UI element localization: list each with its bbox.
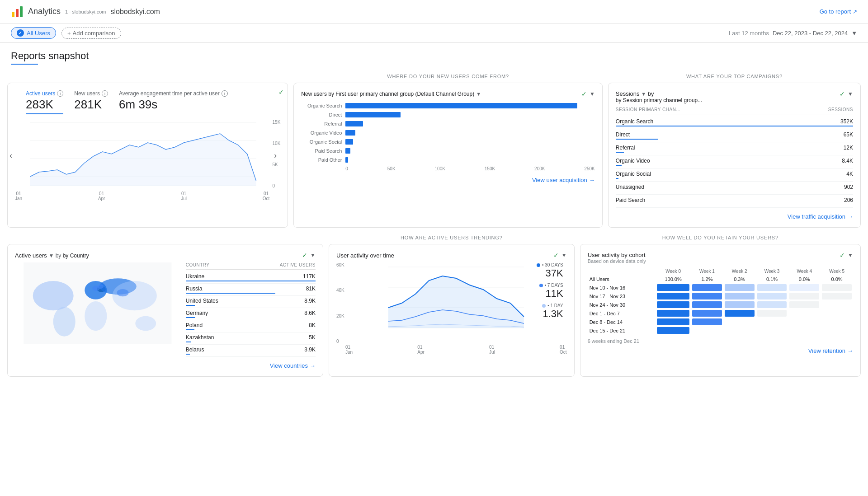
avg-engagement-info-icon[interactable]: i — [222, 90, 228, 97]
user-activity-card: User activity over time ✓ ▼ • 30 DAYS 37… — [329, 244, 575, 377]
cohort-table: Week 0 Week 1 Week 2 Week 3 Week 4 Week … — [588, 267, 853, 335]
view-countries-link[interactable]: View countries → — [15, 362, 316, 369]
prev-metric-button[interactable]: ‹ — [9, 150, 12, 160]
arrow-right-icon: → — [310, 362, 316, 369]
active-users-value: 283K — [26, 98, 63, 112]
campaigns-table-row-3: Referral 12K — [616, 142, 853, 155]
activity-y-labels: 60K 40K 20K 0 — [336, 262, 344, 344]
go-to-report-link[interactable]: Go to report ↗ — [820, 8, 857, 15]
map-and-table: COUNTRY ACTIVE USERS Ukraine 117K Russia — [15, 262, 316, 357]
cohort-row-3: Nov 24 - Nov 30 — [588, 300, 853, 309]
activity-chart-area: • 30 DAYS 37K • 7 DAYS 11K — [336, 262, 567, 355]
svg-rect-0 — [12, 12, 14, 17]
svg-point-16 — [113, 281, 157, 310]
page-title: Reports snapshot — [0, 43, 868, 64]
dot-7-icon — [539, 284, 543, 287]
channel-dropdown-icon[interactable]: ▼ — [476, 91, 481, 97]
bar-axis: 0 50K 100K 150K 200K 250K — [301, 166, 594, 171]
section-labels-2: HOW ARE ACTIVE USERS TRENDING? HOW WELL … — [7, 233, 861, 242]
avg-engagement-value: 6m 39s — [119, 98, 228, 112]
cohort-row-4: Dec 1 - Dec 7 — [588, 309, 853, 318]
retention-title: HOW WELL DO YOU RETAIN YOUR USERS? — [580, 233, 861, 242]
sessions-dropdown-icon[interactable]: ▼ — [641, 91, 646, 97]
dot-1-icon — [542, 304, 546, 308]
campaigns-table-row-5: Organic Social 4K — [616, 168, 853, 182]
plus-icon: + — [67, 30, 71, 37]
active-users-info-icon[interactable]: i — [57, 90, 63, 97]
bar-fill — [345, 148, 350, 154]
stat-7days: • 7 DAYS 11K — [537, 283, 563, 299]
country-row-ukraine: Ukraine 117K — [186, 271, 316, 284]
bar-track — [345, 148, 594, 154]
cohort-dropdown-icon[interactable]: ▼ — [848, 252, 853, 258]
map-dropdown-icon[interactable]: ▼ — [310, 252, 316, 258]
line-chart-svg — [15, 118, 280, 190]
metrics-card: ‹ Active users i 283K New users i 281K — [7, 83, 288, 228]
activity-card-header: User activity over time ✓ ▼ — [336, 252, 567, 259]
avg-engagement-label: Average engagement time per active user … — [119, 90, 228, 97]
cohort-row-1: Nov 10 - Nov 16 — [588, 283, 853, 292]
svg-point-10 — [33, 281, 74, 310]
bar-track — [345, 121, 594, 126]
map-card-header: Active users ▼ by by Country ✓ ▼ — [15, 252, 316, 259]
stat-1-value: 1.3K — [537, 308, 563, 320]
page-title-underline — [11, 64, 38, 65]
x-label-jul: 01Jul — [181, 191, 187, 201]
country-row-russia: Russia 81K — [186, 284, 316, 296]
logo-container: Analytics 1 · slobudskyi.com slobodskyi.… — [11, 5, 160, 18]
country-table: COUNTRY ACTIVE USERS Ukraine 117K Russia — [186, 262, 316, 357]
section-labels: WHERE DO YOUR NEW USERS COME FROM? WHAT … — [7, 72, 861, 81]
activity-trending-title: HOW ARE ACTIVE USERS TRENDING? — [329, 233, 575, 242]
x-label-jan: 01Jan — [15, 191, 22, 201]
add-comparison-button[interactable]: + Add comparison — [61, 28, 121, 39]
bar-fill — [345, 112, 400, 117]
bar-label: Organic Social — [301, 139, 342, 145]
campaigns-dropdown-icon[interactable]: ▼ — [848, 91, 853, 97]
cohort-header: User activity by cohort Based on device … — [588, 252, 853, 264]
chevron-down-icon: ▼ — [851, 30, 857, 37]
svg-marker-25 — [388, 276, 524, 328]
country-row-germany: Germany 8.6K — [186, 308, 316, 320]
campaigns-table-row-4: Organic Video 8.4K — [616, 155, 853, 168]
bar-row-organic-social: Organic Social — [301, 139, 594, 145]
all-users-label: All Users — [27, 30, 50, 37]
cohort-check-icon: ✓ — [840, 252, 845, 259]
activity-dropdown-icon[interactable]: ▼ — [561, 252, 567, 258]
bar-label: Organic Search — [301, 103, 342, 108]
country-row-belarus: Belarus 3.9K — [186, 345, 316, 357]
new-users-card-header: New users by First user primary channel … — [301, 90, 594, 98]
avg-engagement-metric: Average engagement time per active user … — [119, 90, 228, 112]
date-range-value: Dec 22, 2023 - Dec 22, 2024 — [773, 30, 848, 37]
map-check-icon: ✓ — [302, 252, 307, 259]
bar-fill — [345, 130, 355, 136]
view-retention-link[interactable]: View retention → — [588, 347, 853, 354]
arrow-right-icon: → — [847, 213, 853, 220]
arrow-right-icon: → — [589, 177, 595, 183]
active-users-metric: Active users i 283K — [26, 90, 63, 114]
view-user-acquisition-link[interactable]: View user acquisition → — [301, 177, 594, 183]
country-table-header: COUNTRY ACTIVE USERS — [186, 262, 316, 270]
app-header: Analytics 1 · slobudskyi.com slobodskyi.… — [0, 0, 868, 23]
date-range-selector[interactable]: Last 12 months Dec 22, 2023 - Dec 22, 20… — [729, 30, 857, 37]
date-range-label: Last 12 months — [729, 30, 769, 37]
all-users-button[interactable]: ✓ All Users — [11, 27, 56, 39]
campaigns-title: Sessions ▼ by by Session primary channel… — [616, 90, 702, 103]
add-comparison-label: Add comparison — [73, 30, 115, 37]
world-map-container — [15, 262, 180, 344]
campaigns-table-row-7: Paid Search 206 — [616, 195, 853, 208]
external-link-icon: ↗ — [853, 9, 857, 15]
metrics-header: Active users i 283K New users i 281K Ave… — [15, 90, 280, 114]
bar-track — [345, 130, 594, 136]
bar-label: Referral — [301, 121, 342, 126]
analytics-logo-icon — [11, 5, 24, 18]
active-users-label: Active users i — [26, 90, 63, 97]
campaigns-header: Sessions ▼ by by Session primary channel… — [616, 90, 853, 103]
new-users-dropdown-icon[interactable]: ▼ — [590, 91, 595, 97]
bar-row-paid-other: Paid Other — [301, 157, 594, 163]
svg-rect-2 — [20, 6, 23, 17]
bar-track — [345, 112, 594, 117]
new-users-info-icon[interactable]: i — [102, 90, 108, 97]
bar-label: Paid Other — [301, 157, 342, 163]
bar-label: Paid Search — [301, 148, 342, 154]
view-traffic-acquisition-link[interactable]: View traffic acquisition → — [616, 213, 853, 220]
